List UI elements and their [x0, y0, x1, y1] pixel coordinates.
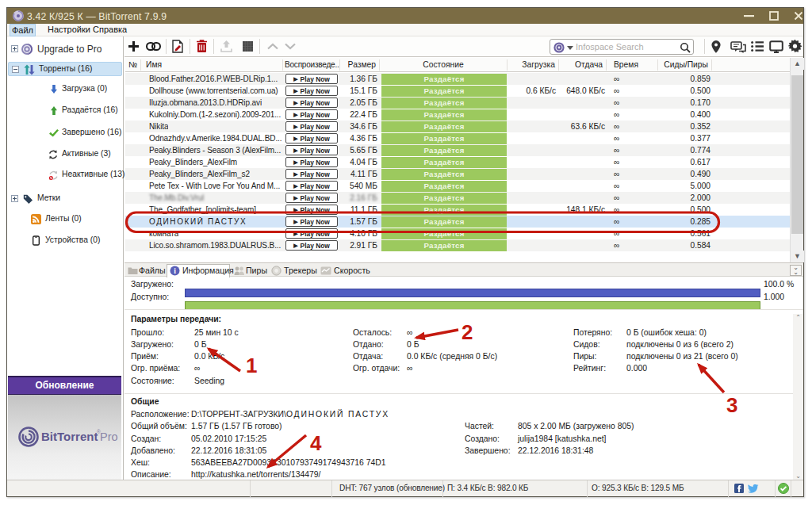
svg-text:i: i [174, 267, 176, 275]
svg-text:BitTorrent: BitTorrent [41, 430, 98, 443]
svg-text:Pro: Pro [100, 430, 118, 443]
